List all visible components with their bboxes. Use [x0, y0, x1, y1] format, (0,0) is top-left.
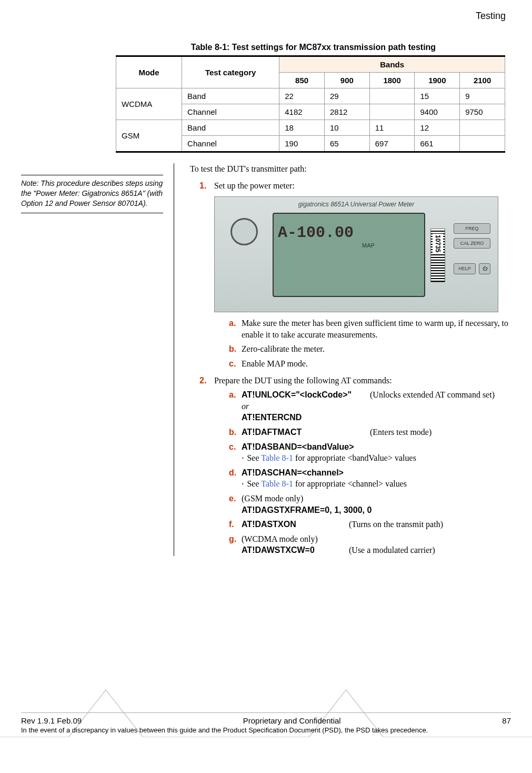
substep-text: AT!DAFTMACT (Enters test mode) — [242, 427, 511, 438]
substep-text: Zero-calibrate the meter. — [242, 343, 511, 355]
substep-text: Make sure the meter has been given suffi… — [242, 318, 511, 340]
at-command: AT!UNLOCK="<lockCode>" — [242, 389, 368, 401]
cell: 22 — [279, 88, 325, 104]
substep-text: AT!DASCHAN=<channel> ·See Table 8-1 for … — [242, 467, 511, 490]
substep-text: AT!DASBAND=<bandValue> ·See Table 8-1 fo… — [242, 441, 511, 464]
meter-freq-button: FREQ — [454, 223, 490, 234]
table-row: WCDMA Band 22 29 15 9 — [116, 88, 505, 104]
power-meter-image: gigatronics 8651A Universal Power Meter … — [214, 196, 498, 312]
table-row: GSM Band 18 10 11 12 — [116, 120, 505, 136]
footer-page: 87 — [502, 716, 511, 725]
at-command: AT!ENTERCND — [242, 413, 302, 422]
or-text: or — [242, 402, 249, 411]
cmd-desc: (Turns on the transmit path) — [349, 520, 443, 529]
substep-text: (WCDMA mode only) AT!DAWSTXCW=0 (Use a m… — [242, 533, 511, 556]
meter-lcd: A-100.00 MAP — [273, 213, 425, 297]
barcode-number: 10735 — [433, 234, 443, 253]
substep-marker: f. — [229, 519, 242, 530]
bullet-icon: · — [242, 453, 244, 462]
cell: 2812 — [324, 104, 369, 120]
at-command: AT!DAFTMACT — [242, 427, 368, 438]
meter-reading: A-100.00 — [278, 222, 420, 244]
rest-text: for appropriate <channel> values — [293, 479, 407, 488]
mode-note: (WCDMA mode only) — [242, 534, 318, 543]
cell — [369, 88, 415, 104]
substep-text: (GSM mode only) AT!DAGSTXFRAME=0, 1, 300… — [242, 493, 511, 516]
table-ref-link[interactable]: Table 8-1 — [261, 479, 293, 488]
cell: 9 — [460, 88, 505, 104]
settings-table: Mode Test category Bands 850 900 1800 19… — [116, 55, 505, 153]
substep-marker: d. — [229, 467, 242, 490]
cell-cat: Band — [182, 88, 279, 104]
cell-cat: Band — [182, 120, 279, 136]
cell: 10 — [324, 120, 369, 136]
substep-text: AT!UNLOCK="<lockCode>" (Unlocks extended… — [242, 389, 511, 423]
cell-mode: WCDMA — [116, 88, 182, 120]
cell: 18 — [279, 120, 325, 136]
band-900: 900 — [324, 73, 369, 88]
cell — [460, 136, 505, 152]
substep-marker: g. — [229, 533, 242, 556]
col-category: Test category — [182, 56, 279, 88]
cell: 4182 — [279, 104, 325, 120]
see-text: See — [247, 453, 261, 462]
step-marker: 2. — [199, 375, 214, 556]
cell-cat: Channel — [182, 104, 279, 120]
cmd-desc: (Enters test mode) — [370, 428, 431, 437]
cmd-desc: (Use a modulated carrier) — [349, 546, 435, 554]
meter-brand-label: gigatronics 8651A Universal Power Meter — [215, 200, 498, 209]
intro-text: To test the DUT's transmitter path: — [190, 163, 511, 175]
cell: 65 — [324, 136, 369, 152]
cmd-desc: (Unlocks extended AT command set) — [370, 390, 495, 399]
at-command: AT!DASBAND=<bandValue> — [242, 442, 354, 451]
substep-marker: c. — [229, 441, 242, 464]
cell: 661 — [415, 136, 460, 152]
cell — [460, 120, 505, 136]
substep-text: Enable MAP mode. — [242, 358, 511, 370]
substep-text: AT!DASTXON (Turns on the transmit path) — [242, 519, 511, 530]
table-ref-link[interactable]: Table 8-1 — [261, 453, 293, 462]
cell: 29 — [324, 88, 369, 104]
substep-marker: c. — [229, 358, 242, 370]
col-bands: Bands — [279, 56, 505, 73]
at-command: AT!DAWSTXCW=0 — [242, 544, 347, 556]
meter-calzero-button: CAL ZERO — [454, 238, 490, 249]
step-marker: 1. — [199, 180, 214, 370]
meter-knob-icon — [230, 218, 258, 245]
footer-rev: Rev 1.9.1 Feb.09 — [21, 716, 82, 725]
side-note: Note: This procedure describes steps usi… — [21, 175, 163, 213]
at-command: AT!DAGSTXFRAME=0, 1, 3000, 0 — [242, 506, 372, 514]
mode-note: (GSM mode only) — [242, 494, 303, 503]
footer-center: Proprietary and Confidential — [243, 716, 341, 725]
bullet-icon: · — [242, 479, 244, 488]
substep-marker: b. — [229, 427, 242, 438]
at-command: AT!DASCHAN=<channel> — [242, 468, 344, 477]
meter-help-button: HELP — [454, 263, 476, 274]
substep-marker: e. — [229, 493, 242, 516]
cell: 190 — [279, 136, 325, 152]
step-text: Set up the power meter: — [214, 181, 295, 190]
substep-marker: a. — [229, 389, 242, 423]
rest-text: for appropriate <bandValue> values — [293, 453, 416, 462]
cell: 15 — [415, 88, 460, 104]
footer-note: In the event of a discrepancy in values … — [21, 726, 511, 734]
step-text: Prepare the DUT using the following AT c… — [214, 376, 392, 385]
section-header: Testing — [21, 11, 511, 22]
col-mode: Mode — [116, 56, 182, 88]
cell: 9400 — [415, 104, 460, 120]
substep-marker: a. — [229, 318, 242, 340]
band-2100: 2100 — [460, 73, 505, 88]
cell-mode: GSM — [116, 120, 182, 152]
band-1900: 1900 — [415, 73, 460, 88]
cell: 11 — [369, 120, 415, 136]
cell: 697 — [369, 136, 415, 152]
at-command: AT!DASTXON — [242, 519, 347, 530]
cell — [369, 104, 415, 120]
substep-marker: b. — [229, 343, 242, 355]
band-850: 850 — [279, 73, 325, 88]
table-caption: Table 8-1: Test settings for MC87xx tran… — [116, 43, 511, 52]
meter-sublabel: MAP — [362, 242, 420, 250]
band-1800: 1800 — [369, 73, 415, 88]
meter-power-icon: ⏻ — [479, 263, 490, 274]
see-text: See — [247, 479, 261, 488]
